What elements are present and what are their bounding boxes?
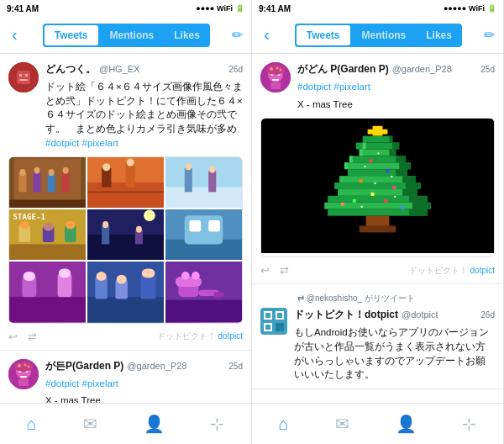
grid-cell-6[interactable] <box>165 209 242 260</box>
tab-group-right: Tweets Mentions Likes <box>295 24 462 47</box>
hashtag-pixelart-2[interactable]: #pixelart <box>81 378 118 388</box>
mail-tab-right[interactable]: ✉ <box>328 407 356 441</box>
svg-rect-111 <box>389 150 396 156</box>
svg-rect-18 <box>102 168 111 188</box>
grid-cell-3[interactable] <box>165 157 242 208</box>
grid-cell-7[interactable] <box>9 262 86 322</box>
left-panel: 9:41 AM ●●●● WiFi 🔋 ‹ Tweets Mentions Li… <box>0 0 252 444</box>
compose-button-left[interactable]: ✏ <box>232 27 243 43</box>
home-tab-left[interactable]: ⌂ <box>19 408 43 441</box>
svg-rect-95 <box>363 136 393 143</box>
retweet-icon-1[interactable]: ⇄ <box>28 330 37 343</box>
mail-tab-left[interactable]: ✉ <box>76 407 104 441</box>
time-right: 9:41 AM <box>259 4 291 13</box>
hashtag-dotpict-2[interactable]: #dotpict <box>45 378 79 388</box>
bottom-tab-bar-right: ⌂ ✉ 👤 ⊹ <box>252 403 503 444</box>
profile-tab-left[interactable]: 👤 <box>137 407 171 441</box>
tab-likes-left[interactable]: Likes <box>164 24 210 47</box>
hashtag-dotpict-3[interactable]: #dotpict <box>297 82 331 92</box>
svg-rect-19 <box>102 164 110 172</box>
svg-point-40 <box>144 210 155 222</box>
svg-rect-144 <box>276 323 284 331</box>
svg-rect-7 <box>18 173 26 193</box>
search-tab-left[interactable]: ⊹ <box>203 407 231 441</box>
svg-rect-129 <box>371 193 375 196</box>
grid-cell-5[interactable] <box>87 209 164 260</box>
svg-point-88 <box>266 65 285 75</box>
wifi-icon-left: WiFi <box>217 4 233 13</box>
reply-icon-1[interactable]: ↩ <box>8 330 18 343</box>
grid-cell-9[interactable] <box>165 262 242 322</box>
time-left: 9:41 AM <box>7 4 39 13</box>
svg-rect-53 <box>24 272 35 281</box>
tweet-garden-left: が든P(Garden P) @garden_P28 25d #dotpict #… <box>0 351 251 403</box>
hashtag-pixelart-1[interactable]: #pixelart <box>81 138 118 148</box>
source-link-3[interactable]: dotpict <box>470 266 495 275</box>
svg-point-79 <box>18 364 21 367</box>
grid-cell-4[interactable]: STAGE-1 <box>9 209 86 260</box>
reply-icon-3[interactable]: ↩ <box>260 264 270 277</box>
svg-point-80 <box>24 363 27 366</box>
svg-text:STAGE-1: STAGE-1 <box>13 213 46 221</box>
svg-rect-2 <box>19 74 22 77</box>
svg-point-81 <box>28 365 30 367</box>
tweet-dotpict-right: ⇄ @nekoshisho_ がリツイート <box>252 284 503 389</box>
tweet-meta-4: ドットピクト！dotpict @dotpict 26d もしAndroidお使い… <box>294 308 495 382</box>
back-button-right[interactable]: ‹ <box>260 22 273 48</box>
hashtag-pixelart-3[interactable]: #pixelart <box>333 82 370 92</box>
svg-rect-8 <box>20 169 26 176</box>
svg-rect-130 <box>384 199 387 203</box>
svg-rect-118 <box>409 196 428 203</box>
avatar-garden-right <box>260 62 291 92</box>
tweet-text-1: ドット絵「６４×６４サイズ画像作風色々まとめ弐」ドットピクト！にて作画した６４×… <box>45 80 243 150</box>
avatar-dotpict-right <box>260 308 287 335</box>
tweet-header-4: ドットピクト！dotpict @dotpict 26d もしAndroidお使い… <box>260 308 495 382</box>
nav-bar-left: ‹ Tweets Mentions Likes ✏ <box>0 17 251 54</box>
source-link-1[interactable]: dotpict <box>218 331 243 341</box>
svg-rect-131 <box>353 199 356 203</box>
svg-rect-77 <box>20 376 27 378</box>
tweet-actions-3: ↩ ⇄ ドットピクト！ dotpict <box>260 264 495 277</box>
back-button-left[interactable]: ‹ <box>8 22 21 48</box>
profile-tab-right[interactable]: 👤 <box>389 407 423 441</box>
hashtag-dotpict-1[interactable]: #dotpict <box>45 138 79 148</box>
svg-rect-11 <box>48 173 55 193</box>
tab-likes-right[interactable]: Likes <box>416 24 462 47</box>
tweet-hashtags-2: #dotpict #pixelart <box>45 377 243 391</box>
feed-right: がどん P(Garden P) @garden_P28 25d #dotpict… <box>252 54 503 403</box>
svg-rect-114 <box>396 170 407 177</box>
wifi-icon-right: WiFi <box>469 4 485 13</box>
tab-tweets-left[interactable]: Tweets <box>45 25 98 45</box>
right-panel: 9:41 AM ●●●●● WiFi 🔋 ‹ Tweets Mentions L… <box>252 0 504 444</box>
retweet-icon-3[interactable]: ⇄ <box>280 264 289 277</box>
svg-rect-21 <box>127 159 134 166</box>
compose-button-right[interactable]: ✏ <box>484 27 495 43</box>
grid-cell-8[interactable] <box>87 262 164 322</box>
search-tab-right[interactable]: ⊹ <box>455 407 483 441</box>
tab-mentions-right[interactable]: Mentions <box>352 24 417 47</box>
tab-tweets-right[interactable]: Tweets <box>297 25 350 45</box>
tweet-header-1: どんつく。 @HG_EX 26d ドット絵「６４×６４サイズ画像作風色々まとめ弐… <box>8 62 243 150</box>
avatar-art-garden-left <box>8 359 39 389</box>
avatar-dontpict <box>8 62 39 92</box>
svg-rect-61 <box>117 275 127 284</box>
grid-cell-1[interactable] <box>9 157 86 208</box>
tweet-meta-2: が든P(Garden P) @garden_P28 25d #dotpict #… <box>45 359 243 403</box>
svg-rect-147 <box>265 325 270 330</box>
tweet-names-1: どんつく。 @HG_EX 26d <box>45 62 243 77</box>
svg-rect-137 <box>375 182 376 184</box>
svg-rect-139 <box>361 206 363 208</box>
tab-mentions-left[interactable]: Mentions <box>100 24 165 47</box>
tweet-text-2: X - mas Tree <box>45 394 243 403</box>
tweet-image-tree[interactable] <box>260 118 495 257</box>
svg-rect-65 <box>165 300 242 322</box>
home-tab-right[interactable]: ⌂ <box>271 408 295 441</box>
svg-rect-57 <box>87 298 164 323</box>
svg-rect-10 <box>34 167 40 174</box>
svg-rect-110 <box>392 143 399 150</box>
signal-icon-left: ●●●● <box>196 4 214 13</box>
svg-rect-55 <box>59 269 71 278</box>
screen-name-3: @garden_P28 <box>392 64 452 74</box>
signal-icon-right: ●●●●● <box>444 4 466 13</box>
grid-cell-2[interactable] <box>87 157 164 208</box>
